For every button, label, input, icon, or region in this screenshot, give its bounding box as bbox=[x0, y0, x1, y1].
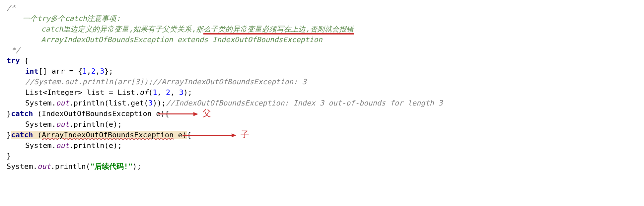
comment-open: /* bbox=[7, 3, 637, 13]
code-line-catch-2: }catch (ArrayIndexOutOfBoundsException e… bbox=[7, 130, 637, 140]
code-line-arr-decl: int[] arr = {1,2,3}; bbox=[7, 66, 637, 77]
error-exception-name: ArrayIndexOutOfBoundsException bbox=[42, 131, 174, 139]
arrow-parent bbox=[158, 113, 197, 114]
code-line-final: System.out.println("后续代码!"); bbox=[7, 161, 637, 172]
code-line-close-brace: } bbox=[7, 151, 637, 161]
code-line-catch-1: }catch (IndexOutOfBoundsException e){ 父 bbox=[7, 108, 637, 119]
annotation-child: 子 bbox=[241, 128, 249, 141]
code-line-try: try { bbox=[7, 55, 637, 66]
comment-line-1: 一个try多个catch注意事项: bbox=[7, 13, 637, 24]
comment-line-2: catch里边定义的异常变量,如果有子父类关系,那么子类的异常变量必须写在上边,… bbox=[7, 24, 637, 34]
arrow-child bbox=[182, 135, 236, 136]
comment-block: /* 一个try多个catch注意事项: catch里边定义的异常变量,如果有子… bbox=[7, 3, 637, 55]
code-line-comment-arr: //System.out.println(arr[3]);//ArrayInde… bbox=[7, 77, 637, 87]
code-line-catch2-body: System.out.println(e); bbox=[7, 140, 637, 151]
comment-line-3: ArrayIndexOutOfBoundsException extends I… bbox=[7, 34, 637, 45]
underlined-rule: 么子类的异常变量必须写在上边,否则就会报错 bbox=[203, 25, 354, 34]
code-line-catch1-body: System.out.println(e); bbox=[7, 119, 637, 130]
comment-close: */ bbox=[7, 45, 637, 56]
code-line-list-decl: List<Integer> list = List.of(1, 2, 3); bbox=[7, 87, 637, 98]
code-line-println-list: System.out.println(list.get(3));//IndexO… bbox=[7, 98, 637, 108]
annotation-parent: 父 bbox=[202, 107, 211, 120]
